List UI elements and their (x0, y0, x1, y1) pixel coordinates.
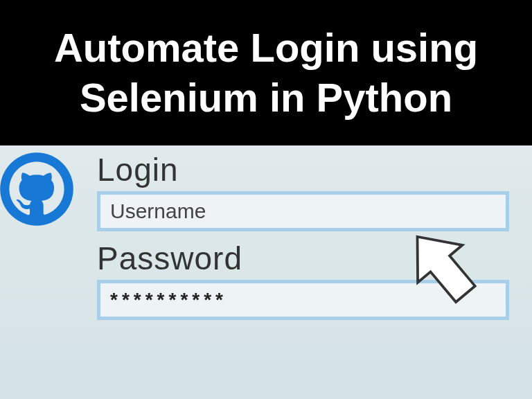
password-field-group: Password ********** (97, 240, 504, 320)
password-label: Password (97, 240, 504, 277)
password-input[interactable]: ********** (97, 280, 509, 320)
github-icon (0, 151, 75, 227)
username-field-group: Login Username (97, 151, 504, 231)
username-placeholder-text: Username (110, 200, 206, 223)
header-banner: Automate Login using Selenium in Python (0, 0, 532, 145)
username-input[interactable]: Username (97, 191, 509, 231)
page-title: Automate Login using Selenium in Python (21, 23, 511, 123)
password-value-text: ********** (110, 289, 227, 311)
login-label: Login (97, 151, 504, 188)
login-form-area: Login Username Password ********** (0, 145, 532, 399)
login-fields-container: Login Username Password ********** (97, 151, 504, 320)
